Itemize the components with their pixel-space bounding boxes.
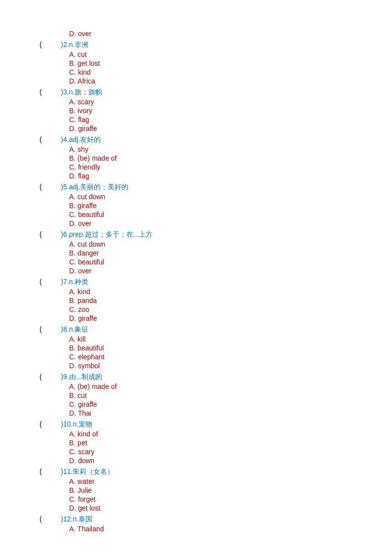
question-row-12: ( )12.n.泰国 bbox=[39, 515, 392, 524]
question-text-7: )7.n.种类 bbox=[61, 278, 88, 287]
question-text-8: )8.n.象征 bbox=[61, 325, 88, 334]
paren-left: ( bbox=[39, 230, 49, 238]
option-5-B: B. giraffe bbox=[69, 202, 392, 210]
question-text-2: )2.n.非洲 bbox=[61, 41, 88, 49]
paren-left: ( bbox=[39, 41, 49, 48]
option-12-A: A. Thailand bbox=[69, 525, 392, 533]
question-row-10: ( )10.n.宠物 bbox=[39, 420, 392, 429]
question-block-5: ( )5.adj.美丽的；美好的A. cut downB. giraffeC. … bbox=[39, 183, 392, 227]
question-block-8: ( )8.n.象征A. killB. beautifulC. elephantD… bbox=[39, 325, 392, 370]
question-block-6: ( )6.prep.超过；多于；在...上方A. cut downB. dang… bbox=[39, 230, 392, 275]
paren-space bbox=[49, 373, 61, 381]
paren-left: ( bbox=[39, 325, 49, 333]
option-7-C: C. zoo bbox=[69, 305, 392, 313]
paren-space bbox=[49, 420, 61, 428]
option-11-B: B. Julie bbox=[69, 486, 392, 494]
option-6-B: B. danger bbox=[69, 249, 392, 257]
option-5-D: D. over bbox=[69, 219, 392, 227]
option-10-A: A. kind of bbox=[69, 430, 392, 438]
option-8-D: D. symbol bbox=[69, 362, 392, 370]
option-6-A: A. cut down bbox=[69, 240, 392, 248]
option-8-A: A. kill bbox=[69, 335, 392, 343]
question-block-7: ( )7.n.种类A. kindB. pandaC. zooD. giraffe bbox=[39, 278, 392, 322]
option-3-B: B. ivory bbox=[69, 107, 392, 115]
prev-d-option: D. over bbox=[69, 30, 392, 38]
option-3-A: A. scary bbox=[69, 98, 392, 106]
question-row-5: ( )5.adj.美丽的；美好的 bbox=[39, 183, 392, 192]
option-4-C: C. friendly bbox=[69, 163, 392, 171]
option-7-A: A. kind bbox=[69, 288, 392, 296]
paren-space bbox=[49, 88, 61, 96]
option-9-A: A. (be) made of bbox=[69, 383, 392, 390]
paren-space bbox=[49, 135, 61, 143]
option-4-A: A. shy bbox=[69, 145, 392, 153]
question-row-11: ( )11.朱莉（女名） bbox=[39, 468, 392, 476]
question-row-2: ( )2.n.非洲 bbox=[39, 41, 392, 49]
option-4-B: B. (be) made of bbox=[69, 154, 392, 162]
option-11-C: C. forget bbox=[69, 495, 392, 503]
question-block-10: ( )10.n.宠物A. kind ofB. petC. scaryD. dow… bbox=[39, 420, 392, 465]
question-text-12: )12.n.泰国 bbox=[61, 515, 92, 524]
option-3-C: C. flag bbox=[69, 116, 392, 124]
option-2-D: D. Africa bbox=[69, 77, 392, 85]
option-6-C: C. beautiful bbox=[69, 258, 392, 266]
question-row-3: ( )3.n.旗；旗帜 bbox=[39, 88, 392, 97]
paren-left: ( bbox=[39, 88, 49, 96]
questions-list: ( )2.n.非洲A. cutB. get lostC. kindD. Afri… bbox=[39, 41, 392, 533]
quiz-container: D. over ( )2.n.非洲A. cutB. get lostC. kin… bbox=[0, 30, 392, 533]
paren-left: ( bbox=[39, 278, 49, 286]
option-10-B: B. pet bbox=[69, 439, 392, 447]
question-text-11: )11.朱莉（女名） bbox=[61, 468, 114, 476]
question-text-3: )3.n.旗；旗帜 bbox=[61, 88, 102, 97]
paren-left: ( bbox=[39, 135, 49, 143]
option-9-C: C. giraffe bbox=[69, 400, 392, 408]
question-block-4: ( )4.adj.友好的A. shyB. (be) made ofC. frie… bbox=[39, 135, 392, 180]
paren-space bbox=[49, 41, 61, 48]
question-row-7: ( )7.n.种类 bbox=[39, 278, 392, 287]
option-8-B: B. beautiful bbox=[69, 344, 392, 352]
question-block-3: ( )3.n.旗；旗帜A. scaryB. ivoryC. flagD. gir… bbox=[39, 88, 392, 132]
option-9-D: D. Thai bbox=[69, 409, 392, 417]
question-row-8: ( )8.n.象征 bbox=[39, 325, 392, 334]
paren-left: ( bbox=[39, 373, 49, 381]
question-text-4: )4.adj.友好的 bbox=[61, 135, 101, 144]
question-block-12: ( )12.n.泰国A. Thailand bbox=[39, 515, 392, 533]
question-row-4: ( )4.adj.友好的 bbox=[39, 135, 392, 144]
option-8-C: C. elephant bbox=[69, 353, 392, 361]
paren-space bbox=[49, 183, 61, 191]
paren-space bbox=[49, 278, 61, 286]
question-row-9: ( )9.由...制成的 bbox=[39, 373, 392, 382]
option-11-D: D. get lost bbox=[69, 504, 392, 512]
option-7-B: B. panda bbox=[69, 297, 392, 304]
question-text-10: )10.n.宠物 bbox=[61, 420, 92, 429]
option-10-D: D. down bbox=[69, 457, 392, 465]
option-2-C: C. kind bbox=[69, 68, 392, 76]
question-block-2: ( )2.n.非洲A. cutB. get lostC. kindD. Afri… bbox=[39, 41, 392, 85]
option-2-B: B. get lost bbox=[69, 59, 392, 67]
option-4-D: D. flag bbox=[69, 172, 392, 180]
option-10-C: C. scary bbox=[69, 448, 392, 456]
paren-left: ( bbox=[39, 420, 49, 428]
question-row-6: ( )6.prep.超过；多于；在...上方 bbox=[39, 230, 392, 239]
option-2-A: A. cut bbox=[69, 50, 392, 58]
option-7-D: D. giraffe bbox=[69, 314, 392, 322]
paren-space bbox=[49, 515, 61, 523]
paren-left: ( bbox=[39, 183, 49, 191]
paren-space bbox=[49, 325, 61, 333]
option-5-A: A. cut down bbox=[69, 193, 392, 201]
paren-space bbox=[49, 230, 61, 238]
question-text-9: )9.由...制成的 bbox=[61, 373, 102, 382]
option-3-D: D. giraffe bbox=[69, 125, 392, 132]
option-9-B: B. cut bbox=[69, 391, 392, 399]
paren-left: ( bbox=[39, 468, 49, 475]
paren-space bbox=[49, 468, 61, 475]
question-text-5: )5.adj.美丽的；美好的 bbox=[61, 183, 128, 192]
question-block-11: ( )11.朱莉（女名）A. waterB. JulieC. forgetD. … bbox=[39, 468, 392, 512]
paren-left: ( bbox=[39, 515, 49, 523]
question-text-6: )6.prep.超过；多于；在...上方 bbox=[61, 230, 153, 239]
option-11-A: A. water bbox=[69, 477, 392, 485]
option-5-C: C. beautiful bbox=[69, 211, 392, 218]
option-6-D: D. over bbox=[69, 267, 392, 275]
question-block-9: ( )9.由...制成的A. (be) made ofB. cutC. gira… bbox=[39, 373, 392, 417]
